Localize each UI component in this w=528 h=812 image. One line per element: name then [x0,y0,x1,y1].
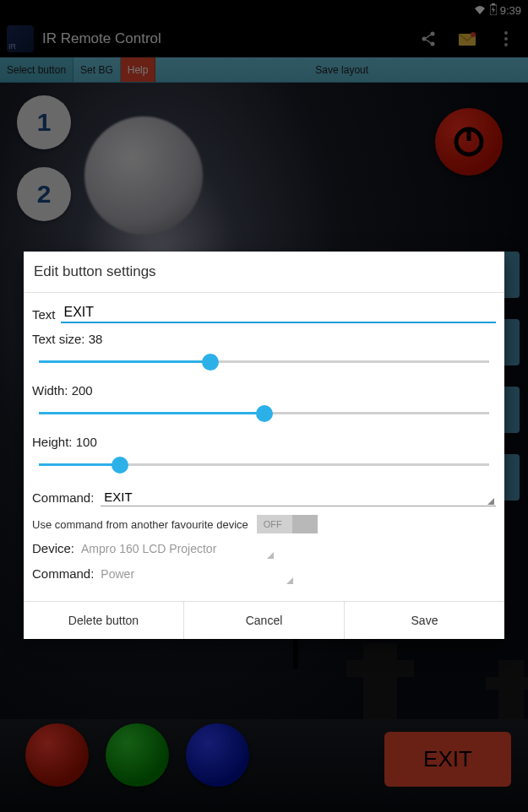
height-label: Height: 100 [32,435,496,449]
device-dropdown[interactable]: Ampro 160 LCD Projector [81,539,275,559]
cancel-button[interactable]: Cancel [184,602,345,639]
favourite-device-label: Use command from another favourite devic… [32,518,248,531]
command2-label: Command: [32,566,94,582]
width-slider[interactable] [39,401,489,426]
text-size-label: Text size: 38 [32,332,496,346]
text-size-slider[interactable] [39,349,489,375]
command2-dropdown[interactable]: Power [101,564,295,584]
favourite-device-toggle[interactable]: OFF [257,515,318,533]
text-label: Text [32,307,56,323]
delete-button[interactable]: Delete button [24,602,184,639]
command-input[interactable] [101,488,496,506]
height-slider[interactable] [39,452,489,478]
width-label: Width: 200 [32,383,496,398]
text-input[interactable] [61,303,496,323]
save-button[interactable]: Save [345,602,504,639]
edit-button-dialog: Edit button settings Text Text size: 38 … [24,252,504,639]
dialog-title: Edit button settings [24,252,504,293]
device-label: Device: [32,541,74,557]
command-label: Command: [32,490,94,506]
